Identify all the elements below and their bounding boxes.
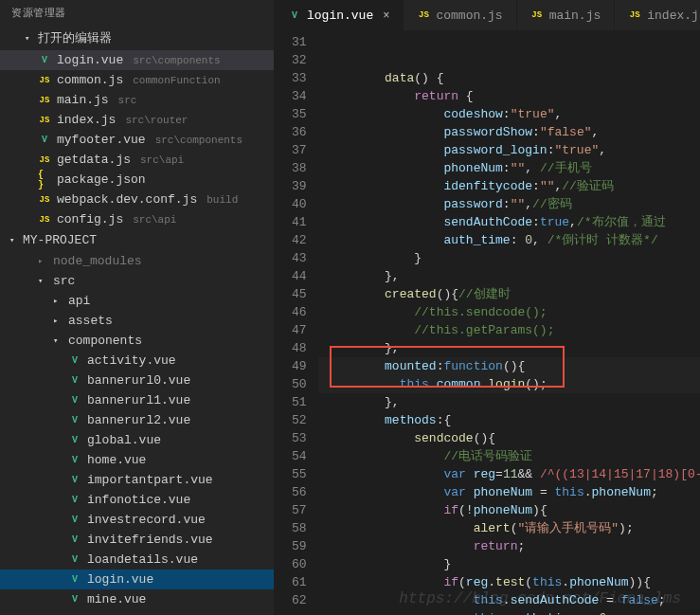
open-editor-item[interactable]: JSconfig.jssrc\api bbox=[0, 209, 274, 229]
file-path: commonFunction bbox=[133, 75, 220, 86]
sidebar: 资源管理器 ▾ 打开的编辑器 Vlogin.vuesrc\componentsJ… bbox=[0, 0, 275, 615]
code-line[interactable]: if(!phoneNum){ bbox=[318, 501, 700, 519]
code-line[interactable]: return { bbox=[318, 87, 700, 105]
js-icon: JS bbox=[38, 114, 51, 127]
open-editor-item[interactable]: JSmain.jssrc bbox=[0, 90, 274, 110]
open-editors-header[interactable]: ▾ 打开的编辑器 bbox=[0, 26, 274, 50]
folder-item[interactable]: ▸assets bbox=[0, 311, 274, 331]
open-editor-item[interactable]: { }package.json bbox=[0, 170, 274, 190]
chevron-down-icon: ▾ bbox=[38, 276, 47, 286]
tree-item-label: loandetails.vue bbox=[87, 552, 198, 567]
code-line[interactable]: idenfitycode:"",//验证码 bbox=[318, 177, 700, 195]
open-editors-list: Vlogin.vuesrc\componentsJScommon.jscommo… bbox=[0, 50, 274, 229]
file-item[interactable]: Vinfonotice.vue bbox=[0, 490, 274, 510]
code-line[interactable]: auth_time: 0, /*倒计时 计数器*/ bbox=[318, 231, 700, 249]
code-line[interactable]: }, bbox=[318, 339, 700, 357]
code-line[interactable]: sendcode(){ bbox=[318, 429, 700, 447]
file-item[interactable]: Vhome.vue bbox=[0, 450, 274, 470]
code-line[interactable]: data() { bbox=[318, 69, 700, 87]
chevron-right-icon: ▸ bbox=[53, 296, 63, 306]
file-item[interactable]: Vbannerurl1.vue bbox=[0, 390, 274, 410]
code-line[interactable]: //this.getParams(); bbox=[318, 321, 700, 339]
file-name: config.js bbox=[57, 212, 123, 226]
tree-item-label: node_modules bbox=[53, 254, 142, 268]
folder-item[interactable]: ▾src bbox=[0, 271, 274, 291]
code-line[interactable]: return; bbox=[318, 537, 700, 555]
file-item[interactable]: Vlogin.vue bbox=[0, 570, 274, 589]
code-line[interactable]: password_login:"true", bbox=[318, 141, 700, 159]
file-item[interactable]: Vmine.vue bbox=[0, 589, 274, 609]
folder-item[interactable]: ▾components bbox=[0, 331, 274, 351]
file-item[interactable]: Vactivity.vue bbox=[0, 351, 274, 371]
vue-icon: V bbox=[38, 134, 51, 147]
tab-label: login.vue bbox=[307, 9, 373, 23]
code-line[interactable]: codeshow:"true", bbox=[318, 105, 700, 123]
code-line[interactable]: created(){//创建时 bbox=[318, 285, 700, 303]
editor-tab[interactable]: JSindex.js bbox=[615, 0, 700, 30]
vue-icon: V bbox=[68, 354, 81, 368]
code-line[interactable]: if(reg.test(this.phoneNum)){ bbox=[318, 573, 700, 591]
file-item[interactable]: Vinvitefriends.vue bbox=[0, 530, 274, 550]
vue-icon: V bbox=[68, 474, 81, 487]
js-icon: JS bbox=[628, 9, 641, 22]
code-line[interactable]: sendAuthCode:true,/*布尔值，通过 bbox=[318, 213, 700, 231]
vue-icon: V bbox=[68, 434, 81, 447]
chevron-right-icon: ▸ bbox=[38, 256, 47, 266]
open-editor-item[interactable]: JScommon.jscommonFunction bbox=[0, 70, 274, 90]
vue-icon: V bbox=[68, 514, 81, 527]
file-path: src\router bbox=[125, 115, 188, 126]
code-line[interactable]: this.common.login(); bbox=[318, 375, 700, 393]
tree-item-label: activity.vue bbox=[87, 353, 176, 368]
close-icon[interactable]: × bbox=[383, 9, 389, 23]
folder-item[interactable]: ▸node_modules bbox=[0, 251, 274, 271]
tree-item-label: global.vue bbox=[87, 433, 161, 447]
code-line[interactable]: } bbox=[318, 555, 700, 573]
tab-label: common.js bbox=[436, 9, 502, 23]
code-line[interactable]: password:"",//密码 bbox=[318, 195, 700, 213]
tree-item-label: bannerurl1.vue bbox=[87, 393, 190, 407]
chevron-down-icon: ▾ bbox=[53, 335, 63, 346]
open-editor-item[interactable]: JSwebpack.dev.conf.jsbuild bbox=[0, 190, 274, 209]
vue-icon: V bbox=[38, 54, 51, 67]
code-line[interactable]: alert("请输入手机号码"); bbox=[318, 519, 700, 537]
tree-item-label: bannerurl2.vue bbox=[87, 413, 190, 427]
js-icon: JS bbox=[38, 74, 51, 87]
js-icon: JS bbox=[530, 9, 544, 22]
editor-tab[interactable]: JScommon.js bbox=[404, 0, 516, 30]
file-item[interactable]: Vbannerurl0.vue bbox=[0, 371, 274, 390]
open-editor-item[interactable]: Vmyfooter.vuesrc\components bbox=[0, 130, 274, 150]
file-path: build bbox=[206, 194, 238, 206]
editor-tab[interactable]: JSmain.js bbox=[517, 0, 616, 30]
code-line[interactable]: }, bbox=[318, 393, 700, 411]
code-line[interactable]: this.sendAuthCode = false; bbox=[318, 591, 700, 609]
code-line[interactable]: //this.sendcode(); bbox=[318, 303, 700, 321]
code-line[interactable]: }, bbox=[318, 267, 700, 285]
tree-item-label: invitefriends.vue bbox=[87, 533, 213, 547]
file-name: index.js bbox=[57, 113, 116, 127]
code-line[interactable]: var reg=11&& /^((13|14|15|17|18)[0- bbox=[318, 465, 700, 483]
code-area[interactable]: 3132333435363738394041424344454647484950… bbox=[275, 31, 700, 615]
file-item[interactable]: Vimportantpart.vue bbox=[0, 470, 274, 490]
open-editor-item[interactable]: JSgetdata.jssrc\api bbox=[0, 150, 274, 170]
code-content[interactable]: data() { return { codeshow:"true", passw… bbox=[318, 31, 700, 615]
folder-item[interactable]: ▸api bbox=[0, 291, 274, 311]
open-editor-item[interactable]: Vlogin.vuesrc\components bbox=[0, 50, 274, 70]
editor-tab[interactable]: Vlogin.vue× bbox=[275, 0, 404, 30]
code-line[interactable]: //电话号码验证 bbox=[318, 447, 700, 465]
code-line[interactable]: mounted:function(){ bbox=[318, 357, 700, 375]
file-item[interactable]: Vinvestrecord.vue bbox=[0, 510, 274, 530]
open-editor-item[interactable]: JSindex.jssrc\router bbox=[0, 110, 274, 130]
code-line[interactable]: var phoneNum = this.phoneNum; bbox=[318, 483, 700, 501]
code-line[interactable]: phoneNum:"", //手机号 bbox=[318, 159, 700, 177]
code-line[interactable]: this.auth_time = 6; bbox=[318, 609, 700, 615]
code-line[interactable]: methods:{ bbox=[318, 411, 700, 429]
file-item[interactable]: Vloandetails.vue bbox=[0, 550, 274, 570]
js-icon: JS bbox=[38, 213, 51, 226]
project-header[interactable]: ▾ MY-PROJECT bbox=[0, 229, 274, 251]
vue-icon: V bbox=[68, 374, 81, 388]
file-path: src bbox=[118, 95, 137, 106]
file-item[interactable]: Vbannerurl2.vue bbox=[0, 410, 274, 430]
code-line[interactable]: passwordShow:"false", bbox=[318, 123, 700, 141]
code-line[interactable]: } bbox=[318, 249, 700, 267]
file-item[interactable]: Vglobal.vue bbox=[0, 430, 274, 450]
